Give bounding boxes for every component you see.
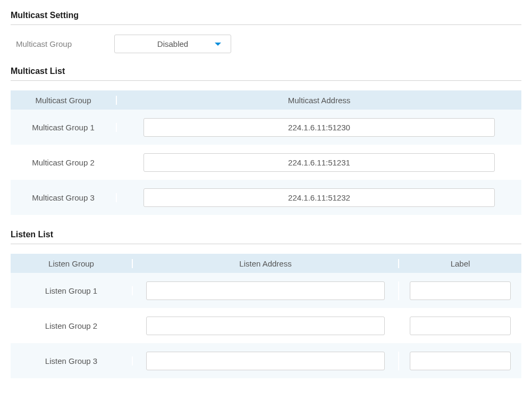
listen-list-table: Listen Group Listen Address Label Listen… <box>11 254 521 378</box>
listen-address-input[interactable] <box>146 281 385 300</box>
listen-list-header-group: Listen Group <box>11 259 133 268</box>
table-row: Multicast Group 2 <box>11 145 521 180</box>
multicast-list-title: Multicast List <box>11 66 521 81</box>
multicast-group-name: Multicast Group 2 <box>11 158 117 167</box>
multicast-group-row: Multicast Group Disabled <box>11 35 521 53</box>
listen-list-header-address: Listen Address <box>133 259 399 268</box>
listen-group-name: Listen Group 2 <box>11 321 133 330</box>
table-row: Listen Group 3 <box>11 343 521 378</box>
listen-label-input[interactable] <box>410 317 511 335</box>
multicast-group-label: Multicast Group <box>16 39 114 48</box>
chevron-down-icon <box>215 43 221 46</box>
listen-group-name: Listen Group 3 <box>11 356 133 365</box>
listen-label-input[interactable] <box>410 352 511 370</box>
multicast-group-name: Multicast Group 1 <box>11 123 117 132</box>
table-row: Multicast Group 1 <box>11 110 521 145</box>
table-row: Multicast Group 3 <box>11 180 521 215</box>
listen-address-input[interactable] <box>146 352 385 370</box>
listen-list-title: Listen List <box>11 230 521 244</box>
listen-label-input[interactable] <box>410 281 511 300</box>
multicast-setting-title: Multicast Setting <box>11 11 521 25</box>
multicast-list-table: Multicast Group Multicast Address Multic… <box>11 90 521 215</box>
table-row: Listen Group 1 <box>11 273 521 308</box>
multicast-list-header-address: Multicast Address <box>117 96 521 105</box>
listen-group-name: Listen Group 1 <box>11 286 133 295</box>
multicast-list-header-group: Multicast Group <box>11 96 117 105</box>
table-row: Listen Group 2 <box>11 308 521 343</box>
multicast-group-dropdown[interactable]: Disabled <box>114 35 231 53</box>
listen-list-header: Listen Group Listen Address Label <box>11 254 521 273</box>
multicast-address-input[interactable] <box>143 188 495 207</box>
multicast-group-name: Multicast Group 3 <box>11 193 117 202</box>
listen-address-input[interactable] <box>146 317 385 335</box>
listen-list-header-label: Label <box>399 259 521 268</box>
multicast-address-input[interactable] <box>143 153 495 172</box>
multicast-list-header: Multicast Group Multicast Address <box>11 90 521 110</box>
multicast-address-input[interactable] <box>143 118 495 137</box>
multicast-group-dropdown-value: Disabled <box>157 39 188 48</box>
